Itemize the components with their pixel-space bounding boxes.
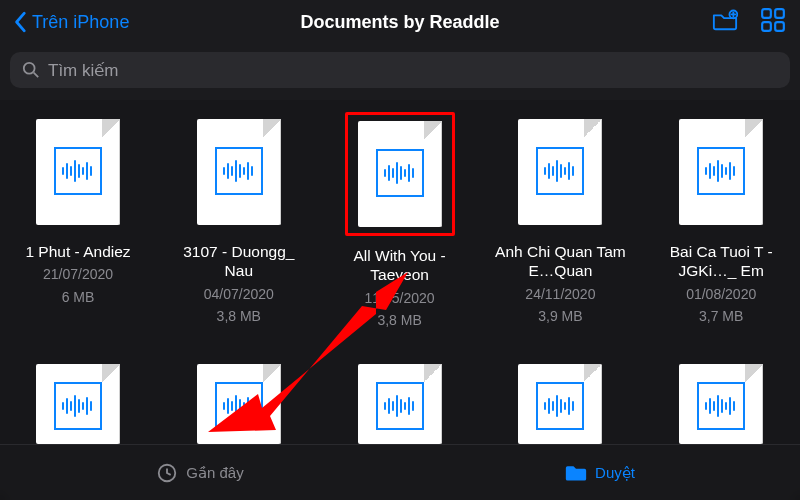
file-size: 3,9 MB (538, 307, 582, 325)
view-grid-button[interactable] (760, 7, 786, 37)
svg-rect-5 (762, 22, 771, 31)
file-name: Bai Ca Tuoi T - JGKi…_ Em (651, 242, 791, 281)
file-name: 3107 - Duongg_ Nau (169, 242, 309, 281)
clock-icon (156, 462, 178, 484)
tab-recent-label: Gần đây (186, 464, 243, 482)
file-size: 6 MB (62, 288, 95, 306)
search-placeholder: Tìm kiếm (48, 60, 118, 81)
search-input[interactable]: Tìm kiếm (10, 52, 790, 88)
tab-browse-label: Duyệt (595, 464, 635, 482)
grid-icon (760, 7, 786, 33)
file-item[interactable]: Bai Ca Tuoi T - JGKi…_ Em01/08/20203,7 M… (649, 112, 793, 329)
file-date: 04/07/2020 (204, 285, 274, 303)
file-size: 3,7 MB (699, 307, 743, 325)
search-icon (22, 61, 40, 79)
back-button[interactable]: Trên iPhone (14, 11, 129, 33)
chevron-left-icon (14, 11, 28, 33)
file-name: 1 Phut - Andiez (25, 242, 130, 261)
file-item[interactable]: 3107 - Duongg_ Nau04/07/20203,8 MB (167, 112, 311, 329)
file-date: 21/07/2020 (43, 265, 113, 283)
file-item[interactable]: All With You - Taeyeon11/05/20203,8 MB (328, 112, 472, 329)
folder-icon (565, 462, 587, 484)
file-date: 01/08/2020 (686, 285, 756, 303)
tab-recent[interactable]: Gần đây (0, 445, 400, 500)
svg-rect-3 (762, 9, 771, 18)
tab-bar: Gần đây Duyệt (0, 444, 800, 500)
svg-rect-4 (775, 9, 784, 18)
new-folder-button[interactable] (712, 7, 738, 37)
file-item[interactable]: 1 Phut - Andiez21/07/20206 MB (6, 112, 150, 329)
page-title: Documents by Readdle (300, 12, 499, 33)
file-date: 24/11/2020 (525, 285, 595, 303)
file-name: Anh Chi Quan Tam E…Quan (490, 242, 630, 281)
file-item[interactable]: Anh Chi Quan Tam E…Quan24/11/20203,9 MB (488, 112, 632, 329)
file-date: 11/05/2020 (365, 289, 435, 307)
file-item[interactable] (488, 357, 632, 451)
file-item[interactable] (6, 357, 150, 451)
file-name: All With You - Taeyeon (330, 246, 470, 285)
back-label: Trên iPhone (32, 12, 129, 33)
file-size: 3,8 MB (377, 311, 421, 329)
file-size: 3,8 MB (217, 307, 261, 325)
file-item[interactable] (649, 357, 793, 451)
file-item[interactable] (328, 357, 472, 451)
file-item[interactable] (167, 357, 311, 451)
folder-plus-icon (712, 7, 738, 33)
tab-browse[interactable]: Duyệt (400, 445, 800, 500)
svg-line-8 (34, 73, 39, 78)
svg-point-7 (24, 63, 35, 74)
svg-rect-6 (775, 22, 784, 31)
